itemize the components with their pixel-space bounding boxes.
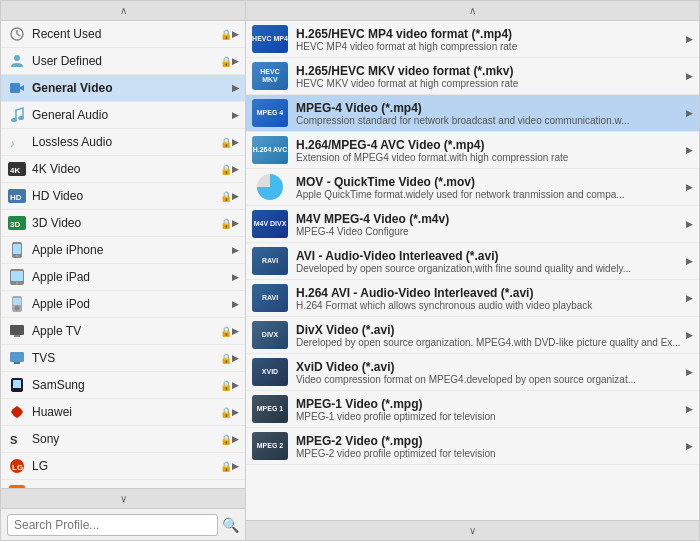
4k-video-lock-icon: 🔒 bbox=[220, 164, 232, 175]
h264-avc-text-block: H.264/MPEG-4 AVC Video (*.mp4)Extension … bbox=[296, 138, 682, 163]
right-item-h264-avi[interactable]: RAVIH.264 AVI - Audio-Video Interleaved … bbox=[246, 280, 699, 317]
mpeg4-mp4-format-icon: MPEG 4 bbox=[252, 99, 288, 127]
recent-used-arrow-icon: ▶ bbox=[232, 29, 239, 39]
lg-arrow-icon: ▶ bbox=[232, 461, 239, 471]
left-item-hd-video[interactable]: HDHD Video🔒▶ bbox=[1, 183, 245, 210]
left-item-sony[interactable]: SSony🔒▶ bbox=[1, 426, 245, 453]
h264-avi-name: H.264 AVI - Audio-Video Interleaved (*.a… bbox=[296, 286, 682, 300]
lg-lock-icon: 🔒 bbox=[220, 461, 232, 472]
left-item-apple-ipod[interactable]: Apple iPod▶ bbox=[1, 291, 245, 318]
svg-rect-26 bbox=[10, 352, 24, 362]
left-item-recent-used[interactable]: Recent Used🔒▶ bbox=[1, 21, 245, 48]
user-defined-icon bbox=[7, 51, 27, 71]
samsung-icon bbox=[7, 375, 27, 395]
tvs-arrow-icon: ▶ bbox=[232, 353, 239, 363]
left-item-tvs[interactable]: TVS🔒▶ bbox=[1, 345, 245, 372]
h265-mp4-format-icon: HEVC MP4 bbox=[252, 25, 288, 53]
general-audio-icon bbox=[7, 105, 27, 125]
apple-ipad-icon bbox=[7, 267, 27, 287]
left-item-lossless-audio[interactable]: ♪Lossless Audio🔒▶ bbox=[1, 129, 245, 156]
search-input[interactable] bbox=[7, 514, 218, 536]
avi-format-icon: RAVI bbox=[252, 247, 288, 275]
left-item-general-video[interactable]: General Video▶ bbox=[1, 75, 245, 102]
divx-format-icon: DIVX bbox=[252, 321, 288, 349]
lg-label: LG bbox=[32, 459, 218, 473]
apple-ipod-arrow-icon: ▶ bbox=[232, 299, 239, 309]
left-scroll-down[interactable]: ∨ bbox=[1, 488, 245, 508]
svg-rect-27 bbox=[14, 362, 20, 364]
4k-video-arrow-icon: ▶ bbox=[232, 164, 239, 174]
h265-mp4-text-block: H.265/HEVC MP4 video format (*.mp4)HEVC … bbox=[296, 27, 682, 52]
svg-line-2 bbox=[17, 34, 20, 36]
left-item-general-audio[interactable]: General Audio▶ bbox=[1, 102, 245, 129]
h264-avi-format-icon: RAVI bbox=[252, 284, 288, 312]
right-item-h265-mkv[interactable]: HEVC MKVH.265/HEVC MKV video format (*.m… bbox=[246, 58, 699, 95]
right-item-avi[interactable]: RAVIAVI - Audio-Video Interleaved (*.avi… bbox=[246, 243, 699, 280]
left-item-apple-tv[interactable]: Apple TV🔒▶ bbox=[1, 318, 245, 345]
right-item-mpeg1[interactable]: MPEG 1MPEG-1 Video (*.mpg)MPEG-1 video p… bbox=[246, 391, 699, 428]
left-item-3d-video[interactable]: 3D3D Video🔒▶ bbox=[1, 210, 245, 237]
mpeg1-name: MPEG-1 Video (*.mpg) bbox=[296, 397, 682, 411]
search-button[interactable]: 🔍 bbox=[222, 517, 239, 533]
right-item-h265-mp4[interactable]: HEVC MP4H.265/HEVC MP4 video format (*.m… bbox=[246, 21, 699, 58]
svg-rect-4 bbox=[10, 83, 20, 93]
mpeg4-mp4-text-block: MPEG-4 Video (*.mp4)Compression standard… bbox=[296, 101, 682, 126]
lg-icon: LG bbox=[7, 456, 27, 476]
left-item-xiaomi[interactable]: miXiaomi🔒▶ bbox=[1, 480, 245, 488]
hd-video-arrow-icon: ▶ bbox=[232, 191, 239, 201]
right-scroll-up[interactable]: ∧ bbox=[246, 1, 699, 21]
left-item-apple-iphone[interactable]: Apple iPhone▶ bbox=[1, 237, 245, 264]
general-video-icon bbox=[7, 78, 27, 98]
right-item-m4v[interactable]: M4V DIVXM4V MPEG-4 Video (*.m4v)MPEG-4 V… bbox=[246, 206, 699, 243]
svg-marker-5 bbox=[20, 85, 24, 91]
apple-tv-label: Apple TV bbox=[32, 324, 218, 338]
mov-format-icon bbox=[252, 173, 288, 201]
general-audio-arrow-icon: ▶ bbox=[232, 110, 239, 120]
mpeg1-arrow-icon: ▶ bbox=[686, 404, 693, 414]
left-item-huawei[interactable]: Huawei🔒▶ bbox=[1, 399, 245, 426]
4k-video-label: 4K Video bbox=[32, 162, 218, 176]
mpeg2-text-block: MPEG-2 Video (*.mpg)MPEG-2 video profile… bbox=[296, 434, 682, 459]
mpeg2-format-icon: MPEG 2 bbox=[252, 432, 288, 460]
sony-arrow-icon: ▶ bbox=[232, 434, 239, 444]
left-item-samsung[interactable]: SamSung🔒▶ bbox=[1, 372, 245, 399]
lossless-audio-arrow-icon: ▶ bbox=[232, 137, 239, 147]
3d-video-lock-icon: 🔒 bbox=[220, 218, 232, 229]
left-panel: ∧ Recent Used🔒▶User Defined🔒▶General Vid… bbox=[1, 1, 246, 540]
left-item-4k-video[interactable]: 4K4K Video🔒▶ bbox=[1, 156, 245, 183]
divx-text-block: DivX Video (*.avi)Dereloped by open sour… bbox=[296, 323, 682, 348]
left-scroll-up[interactable]: ∧ bbox=[1, 1, 245, 21]
recent-used-label: Recent Used bbox=[32, 27, 218, 41]
lossless-audio-lock-icon: 🔒 bbox=[220, 137, 232, 148]
search-bar: 🔍 bbox=[1, 508, 245, 540]
mpeg4-mp4-desc: Compression standard for network broadca… bbox=[296, 115, 682, 126]
mpeg2-desc: MPEG-2 video profile optimized for telev… bbox=[296, 448, 682, 459]
h265-mkv-text-block: H.265/HEVC MKV video format (*.mkv)HEVC … bbox=[296, 64, 682, 89]
huawei-label: Huawei bbox=[32, 405, 218, 419]
mpeg4-mp4-arrow-icon: ▶ bbox=[686, 108, 693, 118]
h265-mkv-arrow-icon: ▶ bbox=[686, 71, 693, 81]
svg-text:S: S bbox=[10, 434, 17, 446]
left-item-user-defined[interactable]: User Defined🔒▶ bbox=[1, 48, 245, 75]
h265-mkv-desc: HEVC MKV video format at high compressio… bbox=[296, 78, 682, 89]
xvid-name: XviD Video (*.avi) bbox=[296, 360, 682, 374]
right-item-divx[interactable]: DIVXDivX Video (*.avi)Dereloped by open … bbox=[246, 317, 699, 354]
right-item-mov[interactable]: MOV - QuickTime Video (*.mov)Apple Quick… bbox=[246, 169, 699, 206]
right-item-xvid[interactable]: XVIDXviD Video (*.avi)Video compression … bbox=[246, 354, 699, 391]
right-item-mpeg4-mp4[interactable]: MPEG 4MPEG-4 Video (*.mp4)Compression st… bbox=[246, 95, 699, 132]
right-item-mpeg2[interactable]: MPEG 2MPEG-2 Video (*.mpg)MPEG-2 video p… bbox=[246, 428, 699, 465]
apple-tv-lock-icon: 🔒 bbox=[220, 326, 232, 337]
sony-label: Sony bbox=[32, 432, 218, 446]
right-scroll-down[interactable]: ∨ bbox=[246, 520, 699, 540]
svg-text:LG: LG bbox=[12, 463, 23, 472]
xvid-text-block: XviD Video (*.avi)Video compression form… bbox=[296, 360, 682, 385]
left-item-lg[interactable]: LGLG🔒▶ bbox=[1, 453, 245, 480]
hd-video-lock-icon: 🔒 bbox=[220, 191, 232, 202]
hd-video-icon: HD bbox=[7, 186, 27, 206]
3d-video-arrow-icon: ▶ bbox=[232, 218, 239, 228]
right-item-h264-avc[interactable]: H.264 AVCH.264/MPEG-4 AVC Video (*.mp4)E… bbox=[246, 132, 699, 169]
left-item-apple-ipad[interactable]: Apple iPad▶ bbox=[1, 264, 245, 291]
lossless-audio-label: Lossless Audio bbox=[32, 135, 218, 149]
apple-ipod-icon bbox=[7, 294, 27, 314]
apple-ipad-label: Apple iPad bbox=[32, 270, 232, 284]
